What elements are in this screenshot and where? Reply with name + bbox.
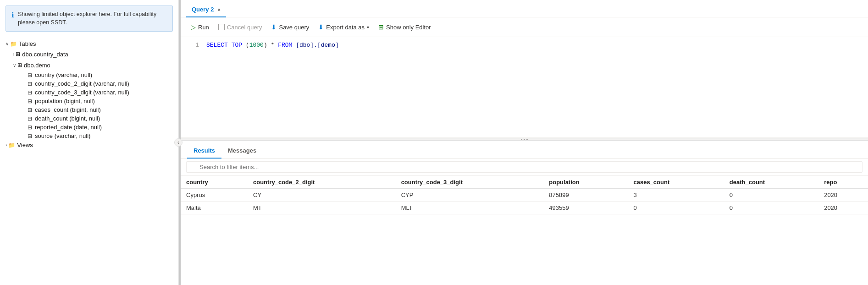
cell-country_code_2_digit: MT	[248, 202, 396, 214]
tree-item-column: ⊟population (bigint, null)	[4, 97, 175, 105]
column-icon: ⊟	[28, 72, 32, 78]
tree-item-column: ⊟country_code_2_digit (varchar, null)	[4, 79, 175, 88]
code-text: SELECT TOP (1000) * FROM [dbo].[demo]	[206, 42, 339, 49]
header-row: countrycountry_code_2_digitcountry_code_…	[181, 176, 868, 189]
cancel-label: Cancel query	[227, 24, 262, 31]
tree-item-column: ⊟death_count (bigint, null)	[4, 114, 175, 123]
column-header-cases_count: cases_count	[628, 176, 724, 189]
cell-country: Cyprus	[181, 189, 248, 202]
cell-death_count: 0	[724, 189, 818, 202]
collapse-sidebar-button[interactable]: ‹	[174, 138, 182, 147]
show-editor-label: Show only Editor	[386, 24, 431, 31]
column-header-country_code_2_digit: country_code_2_digit	[248, 176, 396, 189]
search-input[interactable]	[186, 161, 862, 173]
cell-repo: 2020	[818, 202, 868, 214]
export-data-button[interactable]: ⬇ Export data as ▾	[315, 21, 373, 33]
results-table: countrycountry_code_2_digitcountry_code_…	[181, 176, 868, 214]
paren-open: (	[246, 42, 249, 49]
results-tabs: Results Messages	[181, 141, 868, 159]
column-icon: ⊟	[28, 133, 32, 139]
table-ref: [dbo].[demo]	[296, 42, 339, 49]
views-label: Views	[17, 142, 33, 148]
save-query-button[interactable]: ⬇ Save query	[267, 21, 313, 33]
demo-label: dbo.demo	[24, 62, 50, 69]
tree-item-column: ⊟source (varchar, null)	[4, 132, 175, 140]
tab-query2-label: Query 2	[192, 6, 214, 13]
run-icon: ▷	[191, 23, 196, 31]
column-header-population: population	[543, 176, 628, 189]
tab-query2-close[interactable]: ×	[217, 7, 220, 12]
export-chevron-icon: ▾	[367, 25, 369, 30]
star: *	[271, 42, 275, 49]
table-row: CyprusCYCYP875899302020	[181, 189, 868, 202]
resize-dot-3	[526, 139, 528, 140]
column-icon: ⊟	[28, 98, 32, 104]
column-label: population (bigint, null)	[35, 98, 95, 104]
save-label: Save query	[279, 24, 309, 31]
data-table-wrapper[interactable]: countrycountry_code_2_digitcountry_code_…	[181, 176, 868, 285]
info-icon: ℹ	[11, 11, 14, 19]
chevron-down-icon-demo: ∨	[13, 63, 16, 68]
export-label: Export data as	[326, 24, 365, 31]
info-banner: ℹ Showing limited object explorer here. …	[6, 5, 173, 32]
column-label: reported_date (date, null)	[35, 124, 102, 131]
tree-item-column: ⊟country (varchar, null)	[4, 71, 175, 79]
line-number: 1	[185, 42, 199, 49]
column-icon: ⊟	[28, 89, 32, 96]
grid-icon: ⊞	[378, 23, 384, 31]
run-label: Run	[198, 24, 209, 31]
info-banner-text: Showing limited object explorer here. Fo…	[18, 11, 167, 27]
kw-top: TOP	[232, 42, 242, 49]
run-button[interactable]: ▷ Run	[187, 21, 213, 33]
editor-area: 1 SELECT TOP (1000) * FROM [dbo].[demo]	[181, 37, 868, 138]
search-bar: 🔍	[181, 159, 868, 176]
column-header-death_count: death_count	[724, 176, 818, 189]
tree-item-demo[interactable]: ∨ ⊞ dbo.demo ···	[4, 60, 175, 71]
column-icon: ⊟	[28, 115, 32, 122]
sidebar: ℹ Showing limited object explorer here. …	[0, 0, 179, 285]
num-1000: 1000	[249, 42, 264, 49]
column-icon: ⊟	[28, 81, 32, 87]
messages-tab-label: Messages	[228, 147, 256, 154]
tab-results[interactable]: Results	[187, 144, 221, 159]
column-label: death_count (bigint, null)	[35, 115, 100, 122]
kw-from: FROM	[278, 42, 292, 49]
column-label: cases_count (bigint, null)	[35, 106, 101, 113]
cell-cases_count: 0	[628, 202, 724, 214]
tree-item-tables[interactable]: ∨ 📁 Tables	[4, 39, 175, 49]
column-header-country_code_3_digit: country_code_3_digit	[396, 176, 544, 189]
table-body: CyprusCYCYP875899302020MaltaMTMLT4935590…	[181, 189, 868, 214]
columns-container: ⊟country (varchar, null)⊟country_code_2_…	[4, 71, 175, 140]
column-header-country: country	[181, 176, 248, 189]
tree-item-country-data[interactable]: › ⊞ dbo.country_data ···	[4, 49, 175, 60]
column-label: country_code_2_digit (varchar, null)	[35, 80, 129, 87]
column-label: source (varchar, null)	[35, 132, 90, 139]
resize-dot-2	[524, 139, 525, 140]
cell-population: 493559	[543, 202, 628, 214]
tree-item-views[interactable]: › 📁 Views	[4, 140, 175, 150]
folder-icon-views: 📁	[8, 142, 15, 148]
resize-dots	[521, 139, 528, 140]
chevron-right-icon-views: ›	[6, 142, 7, 148]
export-icon: ⬇	[318, 23, 324, 31]
results-tab-label: Results	[194, 147, 215, 154]
table-icon-demo: ⊞	[17, 62, 22, 68]
cell-country: Malta	[181, 202, 248, 214]
tree-item-column: ⊟cases_count (bigint, null)	[4, 105, 175, 114]
cancel-query-button[interactable]: Cancel query	[215, 22, 266, 33]
table-row: MaltaMTMLT493559002020	[181, 202, 868, 214]
kw-select: SELECT	[206, 42, 228, 49]
show-editor-button[interactable]: ⊞ Show only Editor	[375, 21, 435, 33]
chevron-down-icon: ∨	[6, 41, 9, 46]
resize-dot-1	[521, 139, 522, 140]
main-area: Query 2 × ▷ Run Cancel query ⬇ Save quer…	[181, 0, 868, 285]
tab-query2[interactable]: Query 2 ×	[186, 3, 226, 17]
tab-bar: Query 2 ×	[181, 0, 868, 17]
folder-icon: 📁	[10, 41, 17, 47]
results-area: Results Messages 🔍 countrycountry_code_2…	[181, 141, 868, 285]
tree-item-column: ⊟country_code_3_digit (varchar, null)	[4, 88, 175, 97]
cell-country_code_3_digit: MLT	[396, 202, 544, 214]
tree-section: ∨ 📁 Tables › ⊞ dbo.country_data ··· ∨ ⊞ …	[0, 35, 178, 153]
tab-messages[interactable]: Messages	[221, 144, 263, 159]
cell-death_count: 0	[724, 202, 818, 214]
